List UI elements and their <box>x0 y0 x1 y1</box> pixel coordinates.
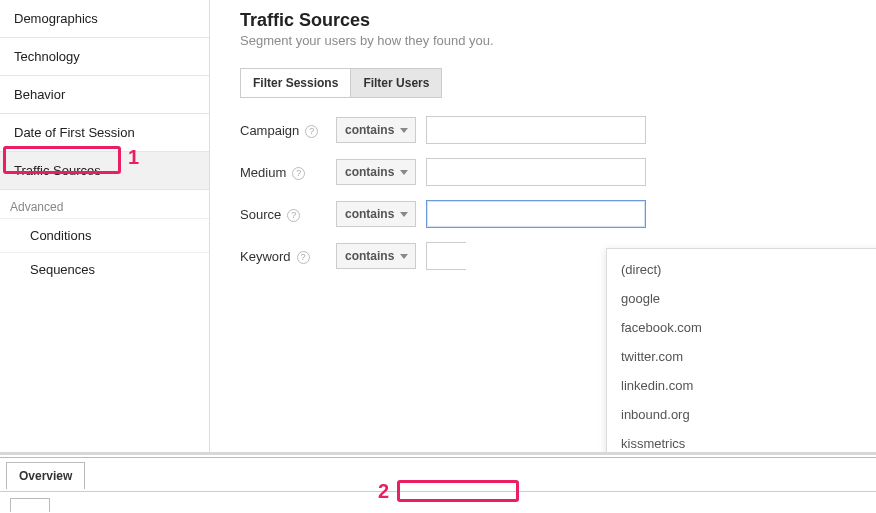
row-campaign: Campaign ? contains <box>240 116 856 144</box>
chevron-down-icon <box>400 254 408 259</box>
source-option-facebook[interactable]: facebook.com <box>607 313 876 342</box>
filter-toggle-group: Filter Sessions Filter Users <box>240 68 442 98</box>
keyword-label: Keyword ? <box>240 248 318 264</box>
keyword-operator-value: contains <box>345 249 394 263</box>
chevron-down-icon <box>400 212 408 217</box>
footer-bottom <box>0 491 876 513</box>
keyword-operator-select[interactable]: contains <box>336 243 416 269</box>
medium-help-icon[interactable]: ? <box>292 164 305 180</box>
campaign-operator-select[interactable]: contains <box>336 117 416 143</box>
page-subtitle: Segment your users by how they found you… <box>240 33 856 48</box>
source-option-inbound[interactable]: inbound.org <box>607 400 876 429</box>
row-medium: Medium ? contains <box>240 158 856 186</box>
filter-users-button[interactable]: Filter Users <box>350 69 441 97</box>
app-root: Demographics Technology Behavior Date of… <box>0 0 876 513</box>
sidebar-advanced-heading: Advanced <box>0 189 209 218</box>
medium-label-text: Medium <box>240 165 286 180</box>
sidebar-item-sequences[interactable]: Sequences <box>0 252 209 286</box>
row-source: Source ? contains <box>240 200 856 228</box>
source-option-kissmetrics[interactable]: kissmetrics <box>607 429 876 452</box>
chevron-down-icon <box>400 170 408 175</box>
campaign-operator-value: contains <box>345 123 394 137</box>
source-operator-value: contains <box>345 207 394 221</box>
source-input[interactable] <box>426 200 646 228</box>
footer-small-box <box>10 498 50 512</box>
top-region: Demographics Technology Behavior Date of… <box>0 0 876 452</box>
source-operator-select[interactable]: contains <box>336 201 416 227</box>
sidebar-item-behavior[interactable]: Behavior <box>0 75 209 113</box>
source-option-direct[interactable]: (direct) <box>607 255 876 284</box>
tab-strip: Overview <box>0 458 876 489</box>
keyword-label-text: Keyword <box>240 249 291 264</box>
sidebar-item-technology[interactable]: Technology <box>0 37 209 75</box>
page-title: Traffic Sources <box>240 10 856 31</box>
medium-label: Medium ? <box>240 164 318 180</box>
source-option-twitter[interactable]: twitter.com <box>607 342 876 371</box>
annotation-label-1: 1 <box>128 146 139 169</box>
campaign-help-icon[interactable]: ? <box>305 122 318 138</box>
filter-sessions-button[interactable]: Filter Sessions <box>241 69 350 97</box>
footer-inner: Overview <box>0 457 876 513</box>
sidebar-item-conditions[interactable]: Conditions <box>0 218 209 252</box>
campaign-label: Campaign ? <box>240 122 318 138</box>
annotation-label-2: 2 <box>378 480 389 503</box>
campaign-label-text: Campaign <box>240 123 299 138</box>
source-help-icon[interactable]: ? <box>287 206 300 222</box>
source-option-linkedin[interactable]: linkedin.com <box>607 371 876 400</box>
sidebar: Demographics Technology Behavior Date of… <box>0 0 210 452</box>
source-option-google[interactable]: google <box>607 284 876 313</box>
main-panel: Traffic Sources Segment your users by ho… <box>210 0 876 452</box>
source-label-text: Source <box>240 207 281 222</box>
sidebar-item-demographics[interactable]: Demographics <box>0 0 209 37</box>
source-label: Source ? <box>240 206 318 222</box>
sidebar-item-traffic-sources[interactable]: Traffic Sources <box>0 151 209 189</box>
source-dropdown: (direct) google facebook.com twitter.com… <box>606 248 876 452</box>
footer: Overview <box>0 452 876 513</box>
tab-overview[interactable]: Overview <box>6 462 85 489</box>
campaign-input[interactable] <box>426 116 646 144</box>
sidebar-item-date-of-first-session[interactable]: Date of First Session <box>0 113 209 151</box>
chevron-down-icon <box>400 128 408 133</box>
medium-operator-value: contains <box>345 165 394 179</box>
keyword-input[interactable] <box>426 242 466 270</box>
medium-input[interactable] <box>426 158 646 186</box>
keyword-help-icon[interactable]: ? <box>297 248 310 264</box>
medium-operator-select[interactable]: contains <box>336 159 416 185</box>
